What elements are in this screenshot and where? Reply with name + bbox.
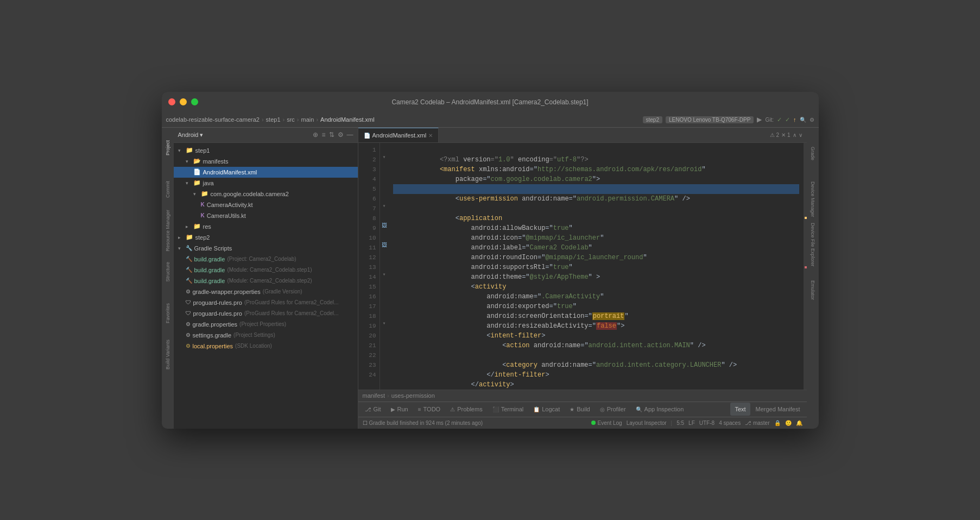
tree-item-camera-activity[interactable]: K CameraActivity.kt xyxy=(174,199,358,210)
bottom-tab-logcat[interactable]: 📋 Logcat xyxy=(529,403,564,416)
line-ending[interactable]: LF xyxy=(688,420,695,426)
collapse-line14-icon[interactable]: ▾ xyxy=(382,270,385,280)
panel-icon-minimize[interactable]: — xyxy=(347,131,353,139)
sidebar-tab-resource-manager[interactable]: Resource Manager xyxy=(163,215,173,247)
sidebar-tab-favorites[interactable]: Favorites xyxy=(163,297,173,330)
tree-item-gradle-scripts[interactable]: ▾ 🔧 Gradle Scripts xyxy=(174,243,358,254)
gutter-icons: ▾ ▾ 🖼 🖼 xyxy=(380,143,389,390)
breadcrumb-item-3[interactable]: main xyxy=(301,116,314,123)
logcat-tab-icon: 📋 xyxy=(533,406,540,412)
event-log-button[interactable]: Event Log xyxy=(591,420,622,426)
bottom-tab-profiler[interactable]: ◎ Profiler xyxy=(596,403,630,416)
breadcrumb-item-1[interactable]: step1 xyxy=(266,116,281,123)
collapse-line19-icon[interactable]: ▾ xyxy=(382,319,385,329)
bottom-tab-merged-manifest[interactable]: Merged Manifest xyxy=(751,403,805,416)
tree-item-build-gradle-project[interactable]: 🔨 build.gradle (Project: Camera2_Codelab… xyxy=(174,254,358,265)
search-icon[interactable]: 🔍 xyxy=(800,117,806,123)
smiley-icon[interactable]: 🙂 xyxy=(785,420,792,426)
status-checkbox-icon: ☐ xyxy=(363,420,368,426)
panel-icon-sort[interactable]: ⇅ xyxy=(329,131,334,139)
layout-inspector-button[interactable]: Layout Inspector xyxy=(627,420,667,426)
bottom-tab-app-inspection[interactable]: 🔍 App Inspection xyxy=(631,403,688,416)
indent[interactable]: 4 spaces xyxy=(719,420,741,426)
collapse-icon[interactable]: ∨ xyxy=(799,132,802,138)
tree-item-step2[interactable]: ▸ 📁 step2 xyxy=(174,232,358,243)
file-tree: ▾ 📁 step1 ▾ 📂 manifests 📄 AndroidManifes xyxy=(174,143,358,429)
editor-tab-manifest[interactable]: 📄 AndroidManifest.xml ✕ xyxy=(358,128,439,143)
event-log-indicator xyxy=(591,421,596,425)
app-inspection-tab-icon: 🔍 xyxy=(636,406,642,412)
toolbar-right: step2 LENOVO Lenovo TB-Q706F-DPP ▶ Git: … xyxy=(643,116,814,123)
panel-icon-list[interactable]: ≡ xyxy=(321,131,325,139)
sidebar-tab-build-variants[interactable]: Build Variants xyxy=(163,339,173,371)
tree-item-settings-gradle[interactable]: ⚙ settings.gradle (Project Settings) xyxy=(174,330,358,341)
tree-item-gradle-properties[interactable]: ⚙ gradle.properties (Project Properties) xyxy=(174,319,358,330)
scrollbar-indicator[interactable] xyxy=(804,143,807,390)
right-tab-emulator[interactable]: Emulator xyxy=(808,269,818,312)
close-button[interactable] xyxy=(168,98,175,105)
tree-item-manifests[interactable]: ▾ 📂 manifests xyxy=(174,156,358,167)
notification-icon[interactable]: 🔔 xyxy=(796,420,802,426)
code-editor[interactable]: 1 2 3 4 5 6 7 8 9 10 11 12 13 14 15 16 1 xyxy=(358,143,807,390)
tree-item-camera-utils[interactable]: K CameraUtils.kt xyxy=(174,210,358,221)
code-breadcrumb-uses-permission[interactable]: uses-permission xyxy=(391,392,435,399)
branch-selector[interactable]: step2 xyxy=(643,116,662,123)
error-count: ✕ 1 xyxy=(781,132,790,138)
tree-item-build-gradle-step1[interactable]: 🔨 build.gradle (Module: Camera2_Codelab.… xyxy=(174,265,358,275)
merged-manifest-tab-label: Merged Manifest xyxy=(756,406,800,412)
todo-tab-icon: ≡ xyxy=(418,406,421,412)
tab-close-button[interactable]: ✕ xyxy=(428,133,433,139)
panel-icon-sync[interactable]: ⊕ xyxy=(313,131,318,139)
toolbar-breadcrumb: codelab-resizable-surface-camera2 › step… xyxy=(162,112,819,128)
run-button[interactable]: ▶ xyxy=(757,116,762,123)
collapse-line2-icon[interactable]: ▾ xyxy=(382,153,385,162)
breadcrumb-item-2[interactable]: src xyxy=(287,116,295,123)
charset[interactable]: UTF-8 xyxy=(699,420,715,426)
collapse-line7-icon[interactable]: ▾ xyxy=(382,202,385,211)
settings-icon[interactable]: ⚙ xyxy=(810,117,814,123)
panel-icon-settings[interactable]: ⚙ xyxy=(338,131,344,139)
bottom-tab-todo[interactable]: ≡ TODO xyxy=(414,403,445,416)
tree-item-gradle-wrapper[interactable]: ⚙ gradle-wrapper.properties (Gradle Vers… xyxy=(174,286,358,297)
tree-item-step1[interactable]: ▾ 📁 step1 xyxy=(174,145,358,156)
tree-item-proguard-1[interactable]: 🛡 proguard-rules.pro (ProGuard Rules for… xyxy=(174,297,358,308)
cursor-position[interactable]: 5:5 xyxy=(676,420,684,426)
image-gutter-9[interactable]: 🖼 xyxy=(380,221,389,231)
git-check2-icon: ✓ xyxy=(785,116,790,123)
line-numbers: 1 2 3 4 5 6 7 8 9 10 11 12 13 14 15 16 1 xyxy=(358,143,380,390)
breadcrumb-item-4[interactable]: AndroidManifest.xml xyxy=(320,116,375,123)
sidebar-tab-structure[interactable]: Structure xyxy=(163,256,173,289)
expand-icon[interactable]: ∧ xyxy=(793,132,796,138)
problems-tab-icon: ⚠ xyxy=(450,406,455,412)
bottom-tab-text[interactable]: Text xyxy=(730,403,750,416)
device-selector[interactable]: LENOVO Lenovo TB-Q706F-DPP xyxy=(666,116,754,123)
bottom-tab-terminal[interactable]: ⬛ Terminal xyxy=(488,403,528,416)
bottom-tab-build[interactable]: ★ Build xyxy=(565,403,594,416)
tree-item-java[interactable]: ▾ 📁 java xyxy=(174,178,358,189)
project-panel: Android ▾ ⊕ ≡ ⇅ ⚙ — ▾ 📁 step1 xyxy=(174,128,358,429)
bottom-tab-problems[interactable]: ⚠ Problems xyxy=(446,403,486,416)
right-tab-device-manager[interactable]: Device Manager xyxy=(808,178,818,221)
code-breadcrumb-manifest[interactable]: manifest xyxy=(363,392,385,399)
tree-item-res[interactable]: ▸ 📁 res xyxy=(174,221,358,232)
sidebar-tab-project[interactable]: Project xyxy=(163,132,173,165)
code-line-7: <application xyxy=(393,204,799,214)
git-branch-status[interactable]: ⎇ master xyxy=(745,420,769,426)
sidebar-tab-commit[interactable]: Commit xyxy=(163,173,173,206)
tree-item-android-manifest[interactable]: 📄 AndroidManifest.xml xyxy=(174,167,358,178)
breadcrumb-item-0[interactable]: codelab-resizable-surface-camera2 xyxy=(166,116,260,123)
bottom-tab-git[interactable]: ⎇ Git xyxy=(361,403,385,416)
image-gutter-11[interactable]: 🖼 xyxy=(380,241,389,250)
minimize-button[interactable] xyxy=(180,98,187,105)
project-panel-title: Android ▾ xyxy=(178,131,204,139)
tree-item-package[interactable]: ▾ 📁 com.google.codelab.camera2 xyxy=(174,189,358,199)
run-tab-icon: ▶ xyxy=(391,406,395,412)
code-content[interactable]: <?xml version="1.0" encoding="utf-8"?> <… xyxy=(389,143,804,390)
right-tab-gradle[interactable]: Grade xyxy=(808,132,818,176)
tree-item-build-gradle-step2[interactable]: 🔨 build.gradle (Module: Camera2_Codelab.… xyxy=(174,275,358,286)
tree-item-local-properties[interactable]: ⚙ local.properties (SDK Location) xyxy=(174,341,358,352)
right-tab-device-file-explorer[interactable]: Device File Explorer xyxy=(808,223,818,267)
maximize-button[interactable] xyxy=(191,98,198,105)
bottom-tab-run[interactable]: ▶ Run xyxy=(387,403,413,416)
tree-item-proguard-2[interactable]: 🛡 proguard-rules.pro (ProGuard Rules for… xyxy=(174,308,358,319)
